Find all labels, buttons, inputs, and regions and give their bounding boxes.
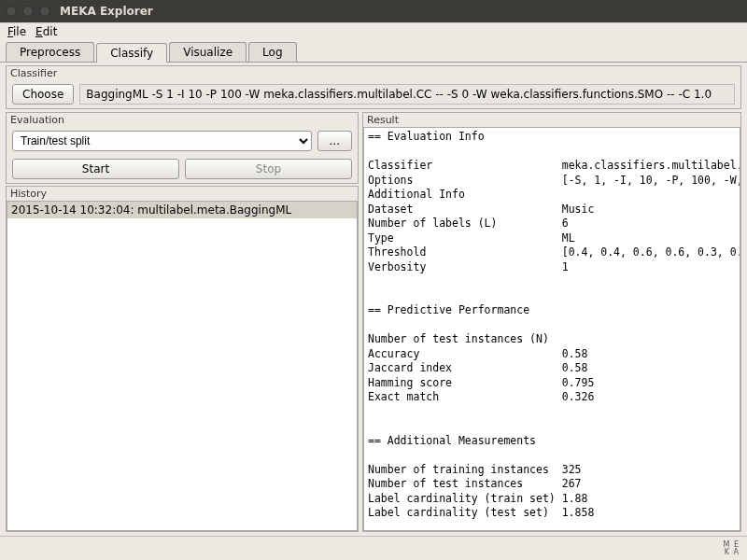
titlebar: MEKA Explorer [0, 0, 747, 22]
evaluation-mode-select[interactable]: Train/test split [12, 131, 312, 151]
start-button[interactable]: Start [12, 159, 179, 179]
result-text[interactable]: == Evaluation Info Classifier meka.class… [363, 127, 740, 531]
history-list[interactable]: 2015-10-14 10:32:04: multilabel.meta.Bag… [7, 201, 358, 531]
close-icon[interactable] [6, 6, 17, 17]
tab-log[interactable]: Log [248, 42, 296, 62]
tabs: Preprocess Classify Visualize Log [0, 40, 747, 63]
statusbar: M E K A [0, 536, 747, 560]
menubar: File Edit [0, 23, 747, 40]
tab-preprocess[interactable]: Preprocess [6, 42, 94, 62]
window-title: MEKA Explorer [60, 5, 153, 18]
history-panel-title: History [7, 187, 358, 201]
classifier-panel-title: Classifier [7, 66, 740, 80]
stop-button: Stop [185, 159, 352, 179]
evaluation-panel: Evaluation Train/test split ... Start St… [6, 112, 359, 184]
result-panel: Result == Evaluation Info Classifier mek… [362, 112, 741, 532]
app-window: File Edit Preprocess Classify Visualize … [0, 22, 747, 560]
evaluation-panel-title: Evaluation [7, 113, 358, 127]
meka-logo: M E K A [724, 541, 740, 554]
classifier-panel: Classifier Choose BaggingML -S 1 -I 10 -… [6, 65, 741, 109]
choose-button[interactable]: Choose [12, 84, 74, 105]
classifier-string[interactable]: BaggingML -S 1 -I 10 -P 100 -W meka.clas… [79, 84, 735, 105]
history-panel: History 2015-10-14 10:32:04: multilabel.… [6, 186, 359, 532]
tab-classify[interactable]: Classify [96, 43, 167, 63]
history-item[interactable]: 2015-10-14 10:32:04: multilabel.meta.Bag… [7, 202, 357, 218]
minimize-icon[interactable] [22, 6, 34, 17]
menu-file[interactable]: File [7, 25, 26, 38]
menu-edit[interactable]: Edit [35, 25, 57, 38]
maximize-icon[interactable] [39, 6, 50, 17]
tab-visualize[interactable]: Visualize [169, 42, 247, 62]
result-panel-title: Result [363, 113, 740, 127]
evaluation-options-button[interactable]: ... [317, 131, 352, 151]
